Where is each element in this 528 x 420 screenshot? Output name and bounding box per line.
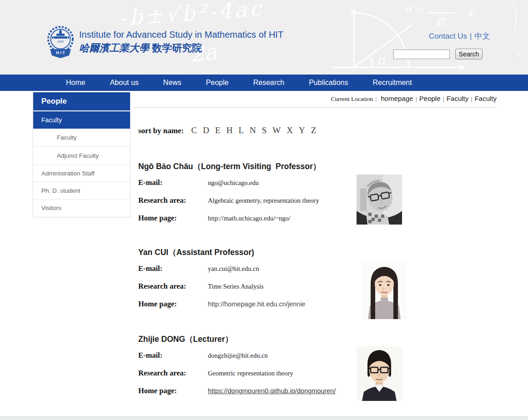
home-page-value: http://math.uchicago.edu/~ngo/	[208, 215, 291, 222]
hit-logo-icon: 1920 H I T	[45, 25, 75, 60]
sort-letter-x[interactable]: X	[287, 125, 293, 135]
email-row: E-mail: dongzhijie@hit.edu.cn	[138, 351, 498, 360]
faculty-name: Yan CUI（Assistant Professor)	[138, 247, 498, 258]
home-page-row: Home page: http://math.uchicago.edu/~ngo…	[138, 214, 498, 223]
research-area-row: Research area: Algebraic geometry, repre…	[138, 196, 498, 205]
home-page-row: Home page: https://dongmouren0.github.io…	[138, 386, 498, 395]
faculty-name: Ngô Bảo Châu（Long-term Visiting Professo…	[138, 161, 498, 172]
research-area-label: Research area:	[138, 196, 208, 205]
sort-letter-c[interactable]: C	[191, 125, 197, 135]
faculty-entry-yan-cui: Yan CUI（Assistant Professor) E-mail: yan…	[134, 247, 498, 317]
breadcrumb-separator: |	[413, 95, 419, 102]
top-links-separator: |	[467, 32, 474, 40]
site-title-en: Institute for Advanced Study in Mathemat…	[79, 29, 283, 40]
footer-strip	[0, 416, 528, 420]
sidebar-subitem-faculty[interactable]: Faculty	[33, 129, 130, 147]
research-area-value: Algebraic geometry, representation theor…	[208, 197, 319, 205]
sidebar-item-phd-student[interactable]: Ph. D. student	[33, 182, 130, 200]
faculty-photo-zhijie-dong	[357, 346, 402, 401]
research-area-row: Research area: Geometric representation …	[138, 369, 498, 378]
contact-us-link[interactable]: Contact Us	[429, 32, 467, 40]
brand: 1920 H I T Institute for Advanced Study …	[45, 25, 283, 60]
sidebar-title-people[interactable]: People	[33, 92, 130, 110]
home-page-label: Home page:	[138, 214, 208, 223]
decor-geometry-sketch: α π α = · x	[314, 0, 528, 75]
home-page-label: Home page:	[138, 300, 208, 309]
breadcrumb-people[interactable]: People	[419, 95, 441, 102]
logo-year: 1920	[57, 40, 64, 43]
sort-by-name-row: sort by name:CDEHLNSWXYZ	[138, 125, 319, 135]
sidebar-item-visitors[interactable]: Visitors	[33, 200, 130, 217]
home-page-link[interactable]: https://dongmouren0.github.io/dongmouren…	[208, 387, 336, 395]
top-links: Contact Us|中文	[429, 31, 490, 41]
email-label: E-mail:	[138, 264, 208, 273]
sidebar-item-administration-staff[interactable]: Administration Staff	[33, 165, 130, 182]
faculty-photo-ngo-bao-chau	[357, 175, 402, 225]
sidebar: People Faculty Faculty Adjunct Faculty A…	[33, 92, 131, 217]
email-row: E-mail: ngo@uchicago.edu	[138, 178, 498, 187]
email-label: E-mail:	[138, 351, 208, 360]
email-value: ngo@uchicago.edu	[208, 179, 259, 187]
breadcrumb-separator: |	[468, 95, 474, 102]
breadcrumb-faculty-2[interactable]: Faculty	[475, 95, 497, 102]
nav-item-home[interactable]: Home	[54, 79, 98, 87]
site-title-zh-university: 哈爾濱工業大學	[79, 42, 149, 54]
email-value: yan.cui@hit.edu.cn	[208, 265, 259, 273]
research-area-label: Research area:	[138, 369, 208, 378]
svg-text:· x: · x	[460, 6, 474, 19]
research-area-value: Time Series Analysis	[208, 283, 264, 290]
research-area-row: Research area: Time Series Analysis	[138, 282, 498, 291]
sort-letter-w[interactable]: W	[272, 125, 281, 135]
home-page-row: Home page: http://homepage.hit.edu.cn/je…	[138, 300, 498, 309]
sort-letter-e[interactable]: E	[215, 125, 221, 135]
faculty-photo-yan-cui	[362, 262, 407, 319]
faculty-entry-ngo-bao-chau: Ngô Bảo Châu（Long-term Visiting Professo…	[134, 161, 498, 231]
logo-hit-text: H I T	[56, 50, 65, 55]
sort-letter-z[interactable]: Z	[311, 125, 317, 135]
sidebar-item-faculty-active[interactable]: Faculty	[33, 111, 130, 129]
sort-letter-y[interactable]: Y	[299, 125, 305, 135]
nav-item-recruitment[interactable]: Recruitment	[360, 79, 424, 87]
sort-letter-d[interactable]: D	[203, 125, 209, 135]
breadcrumb-faculty[interactable]: Faculty	[447, 95, 468, 102]
sort-letter-l[interactable]: L	[238, 125, 244, 135]
sort-letter-s[interactable]: S	[262, 125, 267, 135]
research-area-label: Research area:	[138, 282, 208, 291]
site-title-zh-institute: 数学研究院	[152, 42, 202, 54]
search-input[interactable]	[393, 50, 450, 59]
email-row: E-mail: yan.cui@hit.edu.cn	[138, 264, 498, 273]
breadcrumb-divider	[134, 107, 497, 108]
chinese-language-link[interactable]: 中文	[475, 32, 490, 40]
sort-letter-n[interactable]: N	[250, 125, 256, 135]
site-title-zh: 哈爾濱工業大學 数学研究院	[79, 41, 283, 55]
search-area: Search	[393, 49, 483, 60]
breadcrumb: Current Location：homepage|People|Faculty…	[331, 95, 497, 103]
breadcrumb-label: Current Location：	[331, 95, 379, 102]
sort-label: sort by name:	[138, 126, 184, 135]
breadcrumb-homepage[interactable]: homepage	[381, 95, 413, 102]
decor-alpha-label: α	[377, 53, 387, 68]
faculty-name: Zhijie DONG（Lecturer）	[138, 334, 498, 345]
email-value: dongzhijie@hit.edu.cn	[208, 352, 268, 360]
site-header: -b±√b²-4ac 2a α π α = · x	[0, 0, 528, 75]
sidebar-subitem-adjunct-faculty[interactable]: Adjunct Faculty	[33, 147, 130, 165]
main-nav: Home About us News People Research Publi…	[0, 75, 528, 91]
email-label: E-mail:	[138, 178, 208, 187]
home-page-label: Home page:	[138, 386, 208, 395]
svg-text:α =: α =	[405, 3, 425, 15]
faculty-entry-zhijie-dong: Zhijie DONG（Lecturer） E-mail: dongzhijie…	[134, 334, 498, 404]
nav-item-people[interactable]: People	[194, 79, 241, 87]
home-page-value: http://homepage.hit.edu.cn/jennie	[208, 300, 305, 308]
research-area-value: Geometric representation theory	[208, 370, 293, 377]
nav-item-publications[interactable]: Publications	[297, 79, 360, 87]
breadcrumb-separator: |	[441, 95, 447, 102]
sort-letter-h[interactable]: H	[226, 125, 233, 135]
search-button[interactable]: Search	[455, 49, 483, 60]
decor-pi-label: π	[436, 13, 446, 29]
nav-item-research[interactable]: Research	[241, 79, 297, 87]
nav-item-about-us[interactable]: About us	[98, 79, 151, 87]
nav-item-news[interactable]: News	[151, 79, 194, 87]
